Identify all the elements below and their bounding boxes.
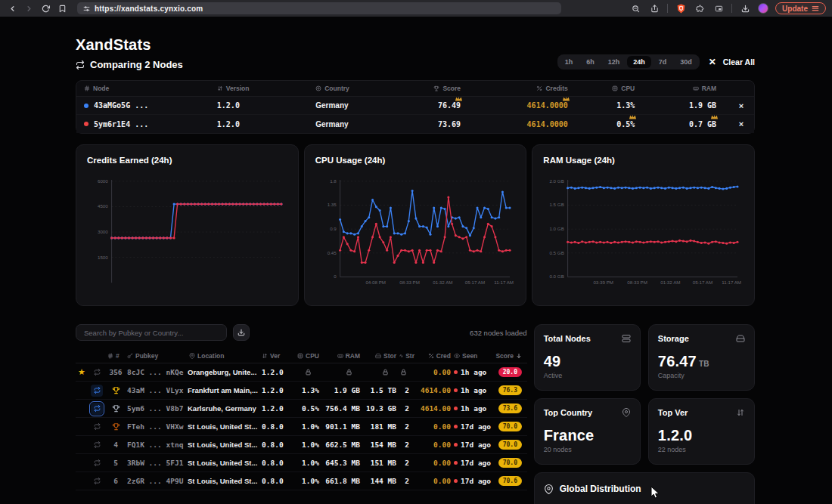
node-pubkey[interactable]: 2zGR ... 4P9U xyxy=(126,477,188,485)
downloads-icon[interactable] xyxy=(739,2,751,14)
favorite-star-icon[interactable]: ★ xyxy=(76,367,88,377)
node-pubkey[interactable]: 3RbW ... 5FJ1 xyxy=(126,459,188,467)
nodes-col-pubkey[interactable]: Pubkey xyxy=(126,352,188,360)
nodes-col-cred[interactable]: Cred xyxy=(416,352,452,360)
url-text: https://xandstats.cynxio.com xyxy=(95,5,203,13)
reader-mode-icon[interactable] xyxy=(712,2,725,14)
export-download-button[interactable] xyxy=(233,324,250,341)
search-input[interactable] xyxy=(76,324,227,341)
nodes-col-ver[interactable]: Ver xyxy=(260,352,289,360)
nodes-col-location[interactable]: Location xyxy=(188,352,260,360)
cmp-col-version[interactable]: Version xyxy=(210,85,308,92)
global-distribution-card: Global Distribution xyxy=(534,472,755,504)
comparison-row[interactable]: 43aMGo5G ... 1.2.0 Germany 76.49 4614.00… xyxy=(76,97,754,115)
search-page-icon[interactable] xyxy=(629,2,641,14)
cmp-version: 1.2.0 xyxy=(210,101,308,110)
compare-toggle-button[interactable] xyxy=(91,439,103,451)
nodes-col-cpu[interactable]: CPU xyxy=(289,352,321,360)
map-pin-icon xyxy=(544,484,554,494)
clear-all-icon[interactable]: ✕ xyxy=(709,57,716,66)
series-dot xyxy=(84,104,88,108)
node-streams: 2 xyxy=(398,459,416,467)
cmp-col-node[interactable]: Node xyxy=(76,85,210,92)
cmp-col-cpu[interactable]: CPU xyxy=(580,85,647,92)
brave-shield-icon[interactable] xyxy=(675,2,687,14)
rank-number: 4 xyxy=(106,441,126,449)
site-settings-icon[interactable] xyxy=(83,5,90,12)
forward-icon[interactable] xyxy=(23,2,35,14)
node-table-row[interactable]: FTeh ... VHXw St Louis, United St... 0.8… xyxy=(76,418,527,436)
node-pubkey[interactable]: 5ym6 ... V8b7 xyxy=(126,404,188,413)
rank-number: 5 xyxy=(106,459,126,467)
nodes-col-stor[interactable]: Stor xyxy=(362,352,398,360)
cmp-col-country[interactable]: Country xyxy=(308,85,393,92)
top-version-title: Top Ver xyxy=(658,408,688,417)
node-pubkey[interactable]: 8cJC ... nKQe xyxy=(126,368,188,376)
page-content: XandStats Comparing 2 Nodes 1h6h12h24h7d… xyxy=(0,17,832,504)
node-pubkey[interactable]: FTeh ... VHXw xyxy=(126,422,188,431)
chart-card-2: RAM Usage (24h) 2.0 GB1.5 GB1.0 GB0.5 GB… xyxy=(532,144,755,306)
download-icon xyxy=(237,329,245,336)
nodes-col-rank[interactable]: # xyxy=(106,352,126,360)
extensions-puzzle-icon[interactable] xyxy=(694,2,706,14)
score-badge: 73.6 xyxy=(498,404,522,413)
compare-toggle-button[interactable] xyxy=(91,403,103,415)
time-range-6h[interactable]: 6h xyxy=(580,56,601,68)
time-range-24h[interactable]: 24h xyxy=(627,56,651,68)
node-location: Frankfurt am Main,... xyxy=(188,386,260,394)
node-last-seen: 17d ago xyxy=(454,477,492,485)
node-pubkey[interactable]: FQ1K ... xtnq xyxy=(126,441,188,449)
time-range-group: 1h6h12h24h7d30d xyxy=(557,54,700,70)
update-button[interactable]: Update xyxy=(775,2,826,14)
compare-toggle-button[interactable] xyxy=(91,475,103,487)
back-icon[interactable] xyxy=(6,2,18,14)
time-range-1h[interactable]: 1h xyxy=(559,56,579,68)
cmp-col-ram[interactable]: RAM xyxy=(647,85,728,92)
clear-all-button[interactable]: Clear All xyxy=(723,57,755,66)
reload-icon[interactable] xyxy=(39,2,51,14)
node-credits: 0.00 xyxy=(416,368,452,376)
time-range-30d[interactable]: 30d xyxy=(674,56,698,68)
svg-text:4500: 4500 xyxy=(98,203,108,209)
compare-toggle-button[interactable] xyxy=(91,457,103,469)
node-table-row[interactable]: 6 2zGR ... 4P9U St Louis, United St... 0… xyxy=(76,472,527,490)
svg-text:0.5 GB: 0.5 GB xyxy=(550,250,564,255)
profile-avatar[interactable] xyxy=(758,3,768,14)
compare-toggle-button[interactable] xyxy=(91,385,103,397)
score-badge: 70.0 xyxy=(498,440,522,450)
chart-title: RAM Usage (24h) xyxy=(543,156,744,165)
time-range-12h[interactable]: 12h xyxy=(602,56,626,68)
svg-text:08:33 PM: 08:33 PM xyxy=(628,280,648,285)
rank-trophy-bronze-icon xyxy=(106,422,126,431)
svg-text:11:17 AM: 11:17 AM xyxy=(722,280,742,285)
svg-text:11:17 AM: 11:17 AM xyxy=(494,280,514,285)
svg-text:0: 0 xyxy=(334,274,337,279)
node-table-row[interactable]: 5 3RbW ... 5FJ1 St Louis, United St... 0… xyxy=(76,454,527,472)
nodes-col-seen[interactable]: Seen xyxy=(452,352,493,360)
nodes-col-str[interactable]: Str xyxy=(398,352,416,360)
nodes-col-score[interactable]: Score xyxy=(493,352,523,360)
nodes-col-ram[interactable]: RAM xyxy=(321,352,362,360)
node-pubkey[interactable]: 43aM ... VLyx xyxy=(126,386,188,394)
node-table-row[interactable]: 43aM ... VLyx Frankfurt am Main,... 1.2.… xyxy=(76,382,527,400)
share-icon[interactable] xyxy=(648,2,660,14)
time-range-7d[interactable]: 7d xyxy=(653,56,673,68)
node-version: 1.2.0 xyxy=(260,368,289,376)
address-bar[interactable]: https://xandstats.cynxio.com xyxy=(77,2,561,14)
comparison-row[interactable]: 5ym6r1E4 ... 1.2.0 Germany 73.69 4614.00… xyxy=(76,115,754,133)
status-dot xyxy=(454,388,458,392)
remove-from-compare-button[interactable]: × xyxy=(728,119,754,128)
node-version: 1.2.0 xyxy=(260,404,289,413)
cmp-col-score[interactable]: Score xyxy=(394,85,473,92)
remove-from-compare-button[interactable]: × xyxy=(728,101,754,110)
node-table-row[interactable]: 4 FQ1K ... xtnq St Louis, United St... 0… xyxy=(76,436,527,454)
page-title: XandStats xyxy=(76,36,183,54)
node-table-row[interactable]: ★356 8cJC ... nKQe Orangeburg, Unite... … xyxy=(76,363,527,382)
compare-toggle-button[interactable] xyxy=(91,421,103,433)
cmp-col-credits[interactable]: Credits xyxy=(473,85,580,92)
bookmark-icon[interactable] xyxy=(56,2,68,14)
compare-toggle-button[interactable] xyxy=(91,366,103,379)
cmp-country: Germany xyxy=(308,120,393,128)
node-last-seen: 1h ago xyxy=(454,368,492,376)
node-table-row[interactable]: 5ym6 ... V8b7 Karlsruhe, Germany 1.2.0 0… xyxy=(76,400,527,418)
